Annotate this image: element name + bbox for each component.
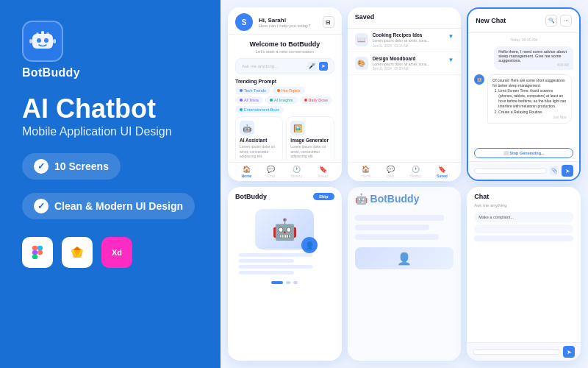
partial-line-3 (355, 234, 439, 240)
user-greeting: Hi, Sarah! (259, 17, 317, 24)
line-1 (239, 253, 312, 257)
user-subtext: How can I help you today? (259, 24, 317, 28)
card-ai-assistant-desc: Lorem ipsum dolor sit amet, consectetur … (240, 144, 279, 159)
nav-chat-label: Chat (268, 174, 276, 178)
check-icon-2: ✓ (34, 199, 49, 213)
skip-button[interactable]: Skip (313, 193, 334, 200)
design-title: Design Moodboard (373, 56, 444, 61)
nav-chat[interactable]: 💬 Chat (267, 166, 275, 178)
screen-saved-header: Saved (348, 7, 462, 29)
search-icons: 🎤 ➤ (308, 62, 328, 71)
ai-assistant-icon: 🤖 (240, 121, 254, 135)
tools-row: Xd (22, 237, 198, 268)
brand-logo: BotBuddy (235, 193, 267, 200)
logo-area: BotBuddy (22, 21, 198, 79)
cooking-desc: Lorem ipsum dolor sit amet, cons... (373, 38, 444, 43)
xd-icon: Xd (101, 237, 132, 268)
cooking-info: Cooking Recipes Idea Lorem ipsum dolor s… (373, 32, 444, 48)
chat-screen-body: Chat Ask me anything Make a complaint... (467, 187, 581, 342)
nav2-saved[interactable]: 🔖 Saved (437, 166, 448, 178)
logo-name: BotBuddy (22, 66, 80, 79)
chat-screen-input[interactable] (473, 349, 560, 355)
attach-icon[interactable]: 📎 (550, 166, 559, 175)
nav2-saved-icon: 🔖 (438, 166, 446, 173)
send-icon[interactable]: ➤ (319, 62, 328, 71)
search-bar[interactable]: Ask me anything... 🎤 ➤ (235, 58, 334, 74)
prompt-item-1[interactable]: Make a complaint... (474, 212, 573, 222)
screen-home-body: Welcome to BotBuddy Let's start a new co… (228, 35, 342, 162)
search-action-btn[interactable]: 🔍 (545, 15, 557, 26)
nav-home-label: Home (242, 174, 252, 178)
saved-item-design[interactable]: 🎨 Design Moodboard Lorem ipsum dolor sit… (348, 52, 462, 76)
svg-point-13 (37, 250, 43, 255)
message-input[interactable] (474, 168, 547, 174)
nav2-history[interactable]: 🕐 History (410, 166, 422, 178)
more-action-btn[interactable]: ⋯ (560, 15, 572, 26)
screen-chat: Chat Ask me anything Make a complaint...… (467, 187, 581, 361)
design-meta: Jan 01, 2024 05:00 AM (373, 67, 444, 71)
onboard-dots (271, 281, 298, 284)
chip-hot-topics[interactable]: Hot Topics (273, 87, 305, 94)
trending-title: Trending Prompt (235, 79, 334, 84)
saved-item-cooking[interactable]: 📖 Cooking Recipes Idea Lorem ipsum dolor… (348, 29, 462, 52)
onboard-body: 🤖 👤 (228, 206, 342, 361)
chip-entertainment[interactable]: Entertainment Buzz (235, 106, 284, 113)
home-icon: 🏠 (243, 166, 251, 173)
chat-messages: Today, 09:00 AM Hello there, I need some… (468, 33, 579, 148)
chip-ai-insights[interactable]: AI Insights (265, 96, 298, 104)
send-message-btn[interactable]: ➤ (562, 165, 573, 177)
onboard-illustration: 🤖 👤 (255, 209, 314, 250)
onboarding-header: BotBuddy Skip (228, 187, 342, 206)
stop-generating-btn[interactable]: ⬜ Stop Generating... (474, 148, 573, 158)
svg-point-2 (37, 38, 41, 43)
nav-saved-label: Saved (318, 174, 328, 178)
svg-rect-10 (37, 246, 43, 250)
history-icon: 🕐 (293, 166, 301, 173)
line-4 (239, 271, 294, 275)
chip-tech-trends[interactable]: Tech Trends (235, 87, 270, 94)
badge-screens: ✓ 10 Screens (22, 153, 121, 180)
card-image-gen[interactable]: 🖼️ Image Generator Lorem ipsum dolor sit… (286, 116, 334, 162)
design-info: Design Moodboard Lorem ipsum dolor sit a… (373, 56, 444, 71)
cooking-title: Cooking Recipes Idea (373, 32, 444, 38)
mic-icon[interactable]: 🎤 (308, 62, 317, 71)
nav-history[interactable]: 🕐 History (290, 166, 302, 178)
header-actions: 🔍 ⋯ (545, 15, 572, 26)
cooking-meta: Jan 01, 2024 03:14 AM (373, 44, 444, 48)
dot-active (271, 281, 283, 284)
partial-line-1 (355, 215, 444, 221)
onboard-lines (235, 253, 334, 275)
chat-time-label: Today, 09:00 AM (474, 38, 573, 42)
line-3 (239, 265, 312, 269)
svg-rect-9 (32, 246, 37, 250)
svg-point-3 (44, 38, 49, 43)
bot-avatar: 🤖 (474, 74, 484, 85)
card-image-gen-desc: Lorem ipsum dolor sit amet, consectetur … (290, 144, 329, 159)
new-chat-header: New Chat 🔍 ⋯ (468, 9, 579, 33)
menu-icon[interactable]: ⊟ (323, 16, 334, 28)
app-title: AI Chatbot Mobile Application UI Design (22, 93, 198, 140)
welcome-sub: Let's start a new conversation (235, 49, 334, 54)
left-panel: BotBuddy AI Chatbot Mobile Application U… (0, 0, 220, 368)
figma-icon (22, 237, 53, 268)
card-ai-assistant[interactable]: 🤖 AI Assistant Lorem ipsum dolor sit ame… (235, 116, 283, 162)
chip-daily-dose[interactable]: Daily Dose (300, 96, 333, 104)
chat-screen-input-bar: ➤ (467, 342, 581, 361)
card-image-gen-title: Image Generator (290, 138, 329, 143)
bot-illustration-icon: 🤖 (272, 217, 298, 241)
nav-history-label: History (290, 174, 302, 178)
chat-screen-send-btn[interactable]: ➤ (563, 346, 575, 358)
nav2-chat[interactable]: 💬 Chat (387, 166, 395, 178)
partial-botbuddy-logo: 🤖 BotBuddy (355, 193, 454, 205)
sketch-icon (62, 237, 93, 268)
cooking-arrow: ▼ (448, 33, 453, 40)
chip-ai-trivia[interactable]: AI Trivia (235, 96, 263, 104)
bot-logo-icon (22, 21, 63, 62)
image-gen-icon: 🖼️ (290, 121, 305, 135)
prompt-item-2[interactable] (474, 224, 573, 233)
prompt-item-3[interactable] (474, 236, 573, 241)
nav-saved[interactable]: 🔖 Saved (318, 166, 328, 178)
nav2-saved-label: Saved (437, 174, 448, 178)
nav2-home[interactable]: 🏠 Home (361, 166, 370, 178)
nav-home[interactable]: 🏠 Home (242, 166, 252, 178)
